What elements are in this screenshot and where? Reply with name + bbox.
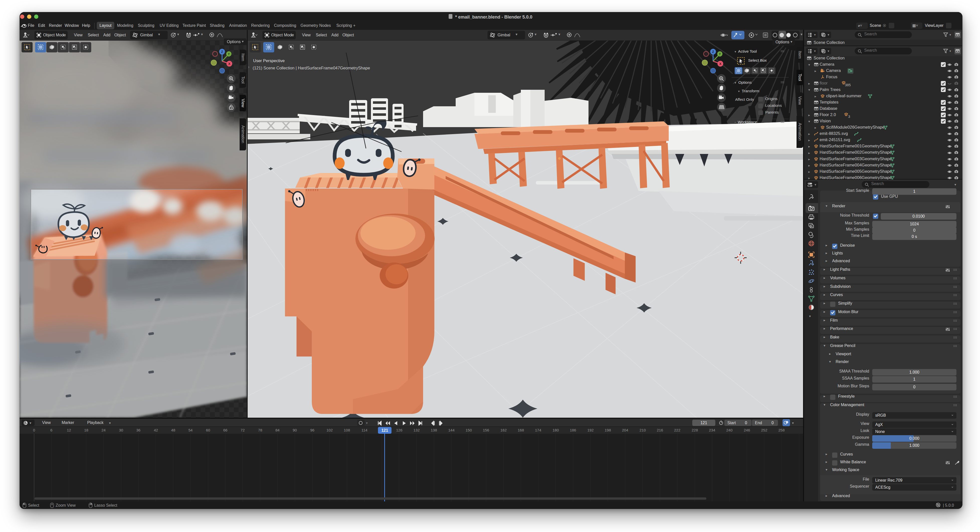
svg-text:X: X	[719, 62, 722, 66]
svg-text:Z: Z	[712, 50, 714, 54]
svg-text:X: X	[228, 62, 231, 66]
svg-text:Y: Y	[228, 53, 230, 56]
svg-text:Y: Y	[719, 53, 721, 56]
svg-text:Z: Z	[221, 50, 223, 54]
